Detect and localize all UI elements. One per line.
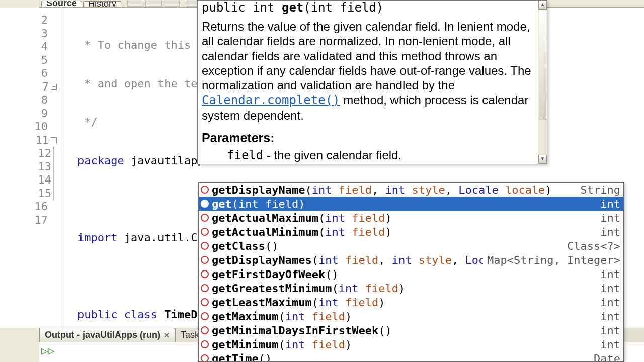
autocomplete-item-getActualMaximum[interactable]: getActualMaximum(int field)int (199, 211, 623, 225)
ln-13: 13 (34, 160, 51, 174)
autocomplete-return-type: int (600, 324, 620, 337)
run-icon[interactable]: ▷▷ (41, 344, 55, 356)
toolbar-button-3[interactable] (164, 1, 180, 7)
ln-5: 5 (31, 54, 48, 67)
autocomplete-return-type: int (600, 296, 620, 309)
method-icon (201, 242, 209, 250)
ln-16: 16 (31, 200, 48, 214)
autocomplete-item-getMinimum[interactable]: getMinimum(int field)int (199, 337, 623, 351)
javadoc-description: Returns the value of the given calendar … (202, 18, 534, 128)
ln-10: 10 (31, 120, 48, 134)
autocomplete-item-getFirstDayOfWeek[interactable]: getFirstDayOfWeek()int (199, 267, 623, 281)
method-icon (201, 312, 209, 320)
method-icon (201, 326, 209, 334)
ln-6: 6 (31, 67, 48, 80)
method-icon (201, 186, 209, 194)
javadoc-signature: public int get(int field) (202, 1, 534, 18)
line-number-gutter: 2 3 4 5 6 7− 8 9 10 11− 12 13 14 15 16 1… (0, 8, 61, 328)
autocomplete-return-type: int (600, 338, 620, 351)
ln-9: 9 (31, 107, 48, 121)
method-icon (201, 228, 209, 236)
method-icon (201, 270, 209, 278)
method-icon (201, 354, 209, 362)
ln-4: 4 (31, 40, 48, 54)
autocomplete-return-type: Date (594, 352, 620, 363)
autocomplete-return-type: Map<String, Integer> (487, 254, 620, 266)
fold-toggle-icon[interactable]: − (51, 137, 57, 143)
method-icon (201, 214, 209, 222)
method-icon (201, 256, 209, 264)
ln-17: 17 (31, 214, 48, 227)
ln-8: 8 (31, 94, 48, 107)
autocomplete-item-getTime[interactable]: getTime()Date (199, 351, 623, 362)
autocomplete-return-type: int (600, 282, 620, 295)
autocomplete-signature: getClass() (212, 240, 563, 252)
autocomplete-signature: getGreatestMinimum(int field) (212, 282, 596, 295)
output-tab[interactable]: Output - javaUtilApps (run) ✕ (39, 328, 175, 342)
autocomplete-item-getClass[interactable]: getClass()Class<?> (199, 239, 623, 253)
tab-source[interactable]: Source (41, 1, 82, 7)
autocomplete-item-getActualMinimum[interactable]: getActualMinimum(int field)int (199, 225, 623, 239)
scroll-down-icon[interactable]: ▼ (538, 155, 547, 164)
javadoc-parameters-body: field - the given calendar field. (202, 145, 534, 164)
ln-15: 15 (34, 187, 51, 201)
tab-history[interactable]: History (83, 1, 121, 7)
autocomplete-return-type: int (600, 226, 620, 238)
autocomplete-signature: get(int field) (212, 198, 596, 210)
autocomplete-item-getDisplayNames[interactable]: getDisplayNames(int field, int style, Lo… (199, 253, 623, 267)
autocomplete-signature: getDisplayNames(int field, int style, Lo… (212, 254, 483, 266)
autocomplete-signature: getTime() (212, 352, 590, 363)
autocomplete-signature: getActualMinimum(int field) (212, 226, 596, 238)
scroll-up-icon[interactable]: ▲ (538, 1, 547, 10)
javadoc-link-calendar-complete[interactable]: Calendar.complete() (202, 93, 340, 107)
method-icon (201, 298, 209, 306)
autocomplete-item-getMaximum[interactable]: getMaximum(int field)int (199, 309, 623, 323)
ln-3: 3 (31, 27, 48, 41)
autocomplete-item-getLeastMaximum[interactable]: getLeastMaximum(int field)int (199, 295, 623, 309)
autocomplete-popup[interactable]: getDisplayName(int field, int style, Loc… (198, 182, 624, 362)
close-icon[interactable]: ✕ (164, 331, 170, 339)
ln-11: 11 (32, 134, 49, 147)
autocomplete-item-get[interactable]: get(int field)int (199, 197, 623, 211)
ln-14: 14 (34, 173, 51, 187)
autocomplete-signature: getMinimum(int field) (212, 338, 596, 351)
javadoc-popup: public int get(int field) Returns the va… (197, 0, 547, 164)
toolbar-button-2[interactable] (145, 1, 162, 7)
autocomplete-signature: getFirstDayOfWeek() (212, 268, 596, 281)
autocomplete-signature: getMinimalDaysInFirstWeek() (212, 324, 596, 337)
fold-toggle-icon[interactable]: − (51, 84, 57, 90)
autocomplete-signature: getMaximum(int field) (212, 310, 596, 323)
autocomplete-signature: getDisplayName(int field, int style, Loc… (212, 184, 577, 196)
autocomplete-item-getDisplayName[interactable]: getDisplayName(int field, int style, Loc… (199, 183, 623, 197)
ln-2: 2 (31, 14, 48, 27)
method-icon (201, 340, 209, 348)
ln-12: 12 (34, 147, 51, 160)
javadoc-parameters-heading: Parameters: (202, 128, 534, 145)
autocomplete-item-getGreatestMinimum[interactable]: getGreatestMinimum(int field)int (199, 281, 623, 295)
autocomplete-signature: getLeastMaximum(int field) (212, 296, 596, 309)
toolbar-button-1[interactable] (127, 1, 143, 7)
method-icon (201, 284, 209, 292)
autocomplete-return-type: int (600, 212, 620, 224)
method-icon (201, 200, 209, 208)
scroll-thumb[interactable] (539, 10, 546, 120)
javadoc-scrollbar[interactable]: ▲ ▼ (538, 1, 547, 164)
autocomplete-return-type: int (600, 268, 620, 281)
autocomplete-return-type: Class<?> (567, 240, 620, 252)
output-tab-label: Output - javaUtilApps (run) (45, 330, 160, 340)
ln-7: 7 (32, 80, 49, 94)
autocomplete-item-getMinimalDaysInFirstWeek[interactable]: getMinimalDaysInFirstWeek()int (199, 323, 623, 337)
autocomplete-return-type: int (600, 198, 620, 210)
autocomplete-signature: getActualMaximum(int field) (212, 212, 596, 224)
autocomplete-return-type: String (581, 184, 620, 196)
autocomplete-return-type: int (600, 310, 620, 323)
